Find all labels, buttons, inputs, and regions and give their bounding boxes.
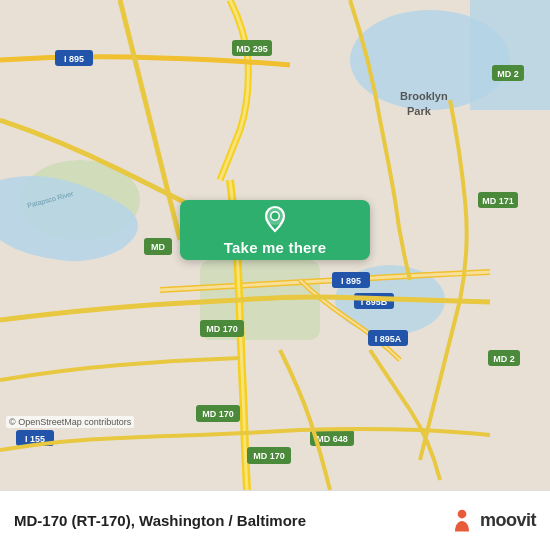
svg-point-40 bbox=[458, 509, 467, 518]
svg-text:I 895A: I 895A bbox=[375, 334, 402, 344]
moovit-icon bbox=[448, 507, 476, 535]
svg-rect-5 bbox=[470, 0, 550, 110]
svg-text:MD 648: MD 648 bbox=[316, 434, 348, 444]
route-label: MD-170 (RT-170), Washington / Baltimore bbox=[14, 512, 306, 529]
svg-text:MD 2: MD 2 bbox=[493, 354, 515, 364]
svg-text:MD 171: MD 171 bbox=[482, 196, 514, 206]
moovit-logo: moovit bbox=[448, 507, 536, 535]
svg-text:Brooklyn: Brooklyn bbox=[400, 90, 448, 102]
svg-text:MD 170: MD 170 bbox=[206, 324, 238, 334]
button-label: Take me there bbox=[224, 239, 326, 256]
svg-text:I 895: I 895 bbox=[341, 276, 361, 286]
svg-text:MD: MD bbox=[151, 242, 165, 252]
bottom-bar: MD-170 (RT-170), Washington / Baltimore … bbox=[0, 490, 550, 550]
svg-text:MD 2: MD 2 bbox=[497, 69, 519, 79]
brand-name: moovit bbox=[480, 510, 536, 531]
take-me-there-button[interactable]: Take me there bbox=[180, 200, 370, 260]
svg-text:Park: Park bbox=[407, 105, 432, 117]
map-container: Patapsco River Brooklyn Park I 895 I 895… bbox=[0, 0, 550, 490]
svg-text:MD 295: MD 295 bbox=[236, 44, 268, 54]
map-attribution: © OpenStreetMap contributors bbox=[6, 416, 134, 428]
svg-point-39 bbox=[272, 212, 279, 219]
location-pin-icon bbox=[262, 205, 288, 237]
svg-text:MD 170: MD 170 bbox=[253, 451, 285, 461]
svg-text:MD 170: MD 170 bbox=[202, 409, 234, 419]
svg-text:I 895: I 895 bbox=[64, 54, 84, 64]
